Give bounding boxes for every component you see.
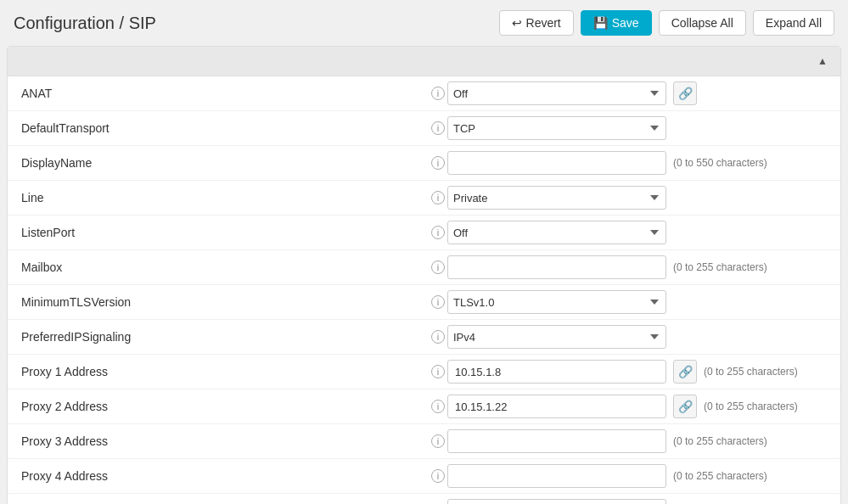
input-proxy1_address[interactable] [447,360,666,384]
field-row-default_transport: DefaultTransportiTCPUDPTLS [8,111,840,146]
select-listen_port[interactable]: OffOn [447,221,666,244]
action-icon-proxy2_address[interactable]: 🔗 [673,395,697,418]
info-icon-proxy4_address[interactable]: i [429,469,447,483]
field-label-line: Line [21,191,429,204]
field-label-proxy2_address: Proxy 2 Address [21,400,429,413]
field-control-proxy4_address: (0 to 255 characters) [447,464,827,488]
field-hint-proxy1_address: (0 to 255 characters) [704,366,798,378]
action-icon-proxy1_address[interactable]: 🔗 [673,360,697,384]
field-label-proxy4_address: Proxy 4 Address [21,469,429,483]
field-control-proxy2_address: 🔗(0 to 255 characters) [447,395,827,418]
select-tls_verify[interactable]: OffOn [447,499,666,504]
expand-all-button[interactable]: Expand All [753,10,834,36]
panel-header: ▲ [8,47,840,76]
info-icon-default_transport[interactable]: i [429,121,447,135]
select-line[interactable]: PrivatePublic [447,186,666,210]
info-icon-line[interactable]: i [429,191,447,204]
field-label-minimum_tls_version: MinimumTLSVersion [21,295,429,309]
field-row-proxy4_address: Proxy 4 Addressi(0 to 255 characters) [8,459,840,494]
field-row-line: LineiPrivatePublic [8,181,840,216]
action-icon-anat[interactable]: 🔗 [673,81,697,105]
field-control-line: PrivatePublic [447,186,827,210]
field-control-tls_verify: OffOn [447,499,827,504]
field-hint-proxy3_address: (0 to 255 characters) [673,435,767,447]
field-label-mailbox: Mailbox [21,260,429,274]
info-icon-listen_port[interactable]: i [429,226,447,239]
field-row-listen_port: ListenPortiOffOn [8,216,840,250]
revert-button[interactable]: ↩ Revert [499,10,574,36]
input-proxy4_address[interactable] [447,464,666,488]
input-mailbox[interactable] [447,255,666,279]
field-row-tls_verify: TlsVerifyiOffOn [8,494,840,504]
info-icon-preferred_ip_signaling[interactable]: i [429,330,447,344]
field-label-proxy1_address: Proxy 1 Address [21,365,429,378]
info-icon-minimum_tls_version[interactable]: i [429,295,447,309]
field-hint-display_name: (0 to 550 characters) [673,157,767,169]
header-buttons: ↩ Revert 💾 Save Collapse All Expand All [499,10,834,36]
select-anat[interactable]: OffOn [447,81,666,105]
field-row-anat: ANATiOffOn🔗 [8,76,840,111]
field-control-proxy3_address: (0 to 255 characters) [447,429,827,453]
field-row-proxy2_address: Proxy 2 Addressi🔗(0 to 255 characters) [8,389,840,424]
page-title: Configuration / SIP [14,14,156,33]
field-control-anat: OffOn🔗 [447,81,827,105]
page-wrapper: Configuration / SIP ↩ Revert 💾 Save Coll… [0,0,848,504]
info-icon-display_name[interactable]: i [429,156,447,170]
field-hint-proxy2_address: (0 to 255 characters) [704,400,798,412]
field-control-default_transport: TCPUDPTLS [447,116,827,140]
info-icon-proxy3_address[interactable]: i [429,434,447,448]
field-row-proxy1_address: Proxy 1 Addressi🔗(0 to 255 characters) [8,355,840,389]
field-label-display_name: DisplayName [21,156,429,170]
collapse-all-button[interactable]: Collapse All [659,10,746,36]
field-hint-proxy4_address: (0 to 255 characters) [673,470,767,482]
fields-table: ANATiOffOn🔗DefaultTransportiTCPUDPTLSDis… [8,76,840,504]
field-row-display_name: DisplayNamei(0 to 550 characters) [8,146,840,181]
field-control-preferred_ip_signaling: IPv4IPv6 [447,325,827,349]
info-icon-proxy1_address[interactable]: i [429,365,447,378]
field-control-minimum_tls_version: TLSv1.0TLSv1.1TLSv1.2 [447,290,827,314]
save-icon: 💾 [593,16,608,30]
field-label-proxy3_address: Proxy 3 Address [21,434,429,448]
revert-icon: ↩ [512,16,522,30]
select-minimum_tls_version[interactable]: TLSv1.0TLSv1.1TLSv1.2 [447,290,666,314]
field-control-mailbox: (0 to 255 characters) [447,255,827,279]
field-control-proxy1_address: 🔗(0 to 255 characters) [447,360,827,384]
field-label-anat: ANAT [21,87,429,100]
field-row-proxy3_address: Proxy 3 Addressi(0 to 255 characters) [8,424,840,459]
field-row-preferred_ip_signaling: PreferredIPSignalingiIPv4IPv6 [8,320,840,355]
field-row-mailbox: Mailboxi(0 to 255 characters) [8,250,840,285]
field-hint-mailbox: (0 to 255 characters) [673,261,767,273]
header: Configuration / SIP ↩ Revert 💾 Save Coll… [0,0,848,46]
content-panel: ▲ ANATiOffOn🔗DefaultTransportiTCPUDPTLSD… [7,46,841,504]
field-control-display_name: (0 to 550 characters) [447,151,827,175]
field-label-listen_port: ListenPort [21,226,429,239]
info-icon-proxy2_address[interactable]: i [429,400,447,413]
save-button[interactable]: 💾 Save [581,10,652,36]
select-default_transport[interactable]: TCPUDPTLS [447,116,666,140]
select-preferred_ip_signaling[interactable]: IPv4IPv6 [447,325,666,349]
input-display_name[interactable] [447,151,666,175]
field-label-preferred_ip_signaling: PreferredIPSignaling [21,330,429,344]
info-icon-anat[interactable]: i [429,87,447,100]
field-control-listen_port: OffOn [447,221,827,244]
field-row-minimum_tls_version: MinimumTLSVersioniTLSv1.0TLSv1.1TLSv1.2 [8,285,840,320]
collapse-icon[interactable]: ▲ [815,53,830,69]
info-icon-mailbox[interactable]: i [429,260,447,274]
field-label-default_transport: DefaultTransport [21,121,429,135]
input-proxy2_address[interactable] [447,395,666,418]
input-proxy3_address[interactable] [447,429,666,453]
